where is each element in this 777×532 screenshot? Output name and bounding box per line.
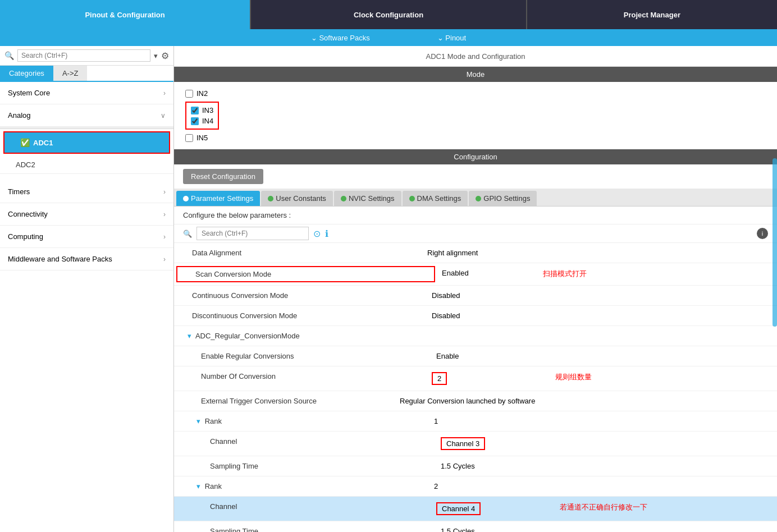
param-name-channel2: Channel [174, 499, 432, 518]
sidebar-items: System Core › Analog ∨ ✅ ADC1 ADC2 [0, 82, 173, 532]
content-area: ADC1 Mode and Configuration Mode IN2 IN3… [174, 46, 777, 532]
checkbox-in3[interactable] [191, 107, 199, 114]
tab-dot-nvic [341, 196, 346, 201]
software-packs-link[interactable]: ⌄ Software Packs [311, 34, 370, 42]
sidebar-item-timers[interactable]: Timers › [0, 181, 173, 203]
param-value-data-alignment: Right alignment [423, 246, 546, 260]
chevron-right-icon-4: › [163, 233, 166, 241]
tab-dma-settings[interactable]: DMA Settings [403, 191, 468, 206]
param-value-enable-regular: Enable [432, 349, 555, 363]
param-value-sampling1: 1.5 Cycles [436, 459, 560, 473]
tab-gpio-settings[interactable]: GPIO Settings [469, 191, 537, 206]
right-scroll-bar[interactable] [773, 158, 777, 327]
param-row-scan-mode: Scan Conversion Mode Enabled 扫描模式打开 [174, 263, 777, 286]
param-value-scan-mode: Enabled [437, 266, 538, 282]
param-row-channel1: Channel Channel 3 [174, 432, 777, 456]
param-row-data-alignment: Data Alignment Right alignment [174, 243, 777, 263]
param-name-continuous: Continuous Conversion Mode [174, 288, 427, 302]
tab-az[interactable]: A->Z [53, 66, 88, 81]
param-row-enable-regular: Enable Regular Conversions Enable [174, 346, 777, 366]
param-name-num-conversion: Number Of Conversion [174, 369, 427, 388]
top-header: Pinout & Configuration Clock Configurati… [0, 0, 777, 29]
sidebar-item-connectivity[interactable]: Connectivity › [0, 203, 173, 226]
param-value-num-conversion: 2 [427, 369, 551, 388]
config-tabs: Parameter Settings User Constants NVIC S… [174, 189, 777, 207]
chevron-right-icon-3: › [163, 210, 166, 218]
sidebar: 🔍 ▾ ⚙ Categories A->Z System Core › Anal… [0, 46, 174, 532]
param-value-discontinuous: Disabled [427, 309, 551, 323]
sidebar-item-adc2[interactable]: ADC2 [0, 156, 173, 174]
main-layout: 🔍 ▾ ⚙ Categories A->Z System Core › Anal… [0, 46, 777, 532]
tab-nvic-settings[interactable]: NVIC Settings [334, 191, 401, 206]
analog-separator [0, 127, 173, 129]
label-in4: IN4 [202, 117, 213, 125]
param-row-sampling1: Sampling Time 1.5 Cycles [174, 456, 777, 476]
param-note-num-conversion: 规则组数量 [551, 369, 777, 388]
param-value-ext-trigger: Regular Conversion launched by software [395, 394, 592, 408]
reset-config-button[interactable]: Reset Configuration [183, 169, 263, 184]
chevron-right-icon-2: › [163, 188, 166, 196]
checkbox-in5-row: IN5 [185, 132, 766, 144]
nav-next-icon[interactable]: ℹ [325, 228, 328, 239]
checkbox-in2[interactable] [185, 90, 193, 98]
param-search-input[interactable] [196, 227, 309, 240]
pinout-link[interactable]: ⌄ Pinout [437, 34, 466, 42]
param-row-discontinuous: Discontinuous Conversion Mode Disabled [174, 306, 777, 326]
param-search-bar: 🔍 ⊙ ℹ i [174, 224, 777, 243]
config-bar: Configuration [174, 149, 777, 164]
param-value-sampling2: 1.5 Cycles [436, 524, 560, 532]
tab-dot-gpio [476, 196, 481, 201]
sidebar-item-adc1[interactable]: ✅ ADC1 [3, 131, 170, 154]
param-name-rank2: ▾ Rank [174, 479, 429, 493]
label-in3: IN3 [202, 106, 213, 114]
project-header[interactable]: Project Manager [527, 0, 777, 29]
content-title: ADC1 Mode and Configuration [174, 46, 777, 67]
param-row-sampling2: Sampling Time 1.5 Cycles [174, 521, 777, 532]
checkbox-in2-row: IN2 [185, 88, 766, 99]
param-value-channel2: Channel 4 [432, 499, 555, 518]
sidebar-search-row: 🔍 ▾ ⚙ [0, 46, 173, 66]
search-icon-2: 🔍 [183, 230, 192, 238]
info-icon[interactable]: i [757, 228, 768, 239]
tab-user-constants[interactable]: User Constants [261, 191, 333, 206]
param-row-rank2: ▾ Rank 2 [174, 476, 777, 497]
param-row-regular-mode: ▾ ADC_Regular_ConversionMode [174, 326, 777, 346]
sidebar-tabs: Categories A->Z [0, 66, 173, 82]
mode-bar: Mode [174, 67, 777, 82]
check-circle-icon: ✅ [20, 138, 30, 147]
param-row-continuous: Continuous Conversion Mode Disabled [174, 286, 777, 306]
tab-parameter-settings[interactable]: Parameter Settings [176, 191, 260, 206]
param-name-discontinuous: Discontinuous Conversion Mode [174, 309, 427, 323]
param-name-sampling2: Sampling Time [174, 524, 436, 532]
checkbox-in3-row: IN3 [191, 105, 213, 116]
sidebar-item-system-core[interactable]: System Core › [0, 82, 173, 104]
pinout-header[interactable]: Pinout & Configuration [0, 0, 250, 29]
checkbox-in4[interactable] [191, 117, 199, 125]
param-row-channel2: Channel Channel 4 若通道不正确自行修改一下 [174, 497, 777, 521]
param-name-ext-trigger: External Trigger Conversion Source [174, 394, 395, 408]
param-note-data-alignment [546, 246, 777, 260]
configure-label: Configure the below parameters : [174, 207, 777, 224]
checkbox-in5[interactable] [185, 134, 193, 142]
checked-box-group: IN3 IN4 [185, 102, 219, 130]
sidebar-item-analog[interactable]: Analog ∨ [0, 104, 173, 127]
nav-prev-icon[interactable]: ⊙ [313, 228, 321, 239]
param-row-ext-trigger: External Trigger Conversion Source Regul… [174, 391, 777, 411]
chevron-right-icon: › [163, 89, 166, 97]
tab-dot-user [268, 196, 273, 201]
sidebar-item-middleware[interactable]: Middleware and Software Packs › [0, 248, 173, 270]
tab-categories[interactable]: Categories [0, 66, 53, 81]
mode-section: IN2 IN3 IN4 IN5 [174, 82, 777, 149]
param-row-rank1: ▾ Rank 1 [174, 411, 777, 432]
param-name-scan-mode: Scan Conversion Mode [176, 266, 435, 282]
param-name-data-alignment: Data Alignment [174, 246, 423, 260]
dropdown-icon[interactable]: ▾ [154, 52, 158, 60]
param-name-regular-mode: ▾ ADC_Regular_ConversionMode [174, 329, 425, 343]
clock-header[interactable]: Clock Configuration [250, 0, 527, 29]
sidebar-item-computing[interactable]: Computing › [0, 226, 173, 248]
param-note-channel2: 若通道不正确自行修改一下 [555, 499, 777, 518]
param-value-rank2: 2 [429, 479, 553, 493]
gear-icon[interactable]: ⚙ [161, 51, 169, 61]
param-row-num-conversion: Number Of Conversion 2 规则组数量 [174, 366, 777, 391]
sidebar-search-input[interactable] [17, 49, 150, 62]
